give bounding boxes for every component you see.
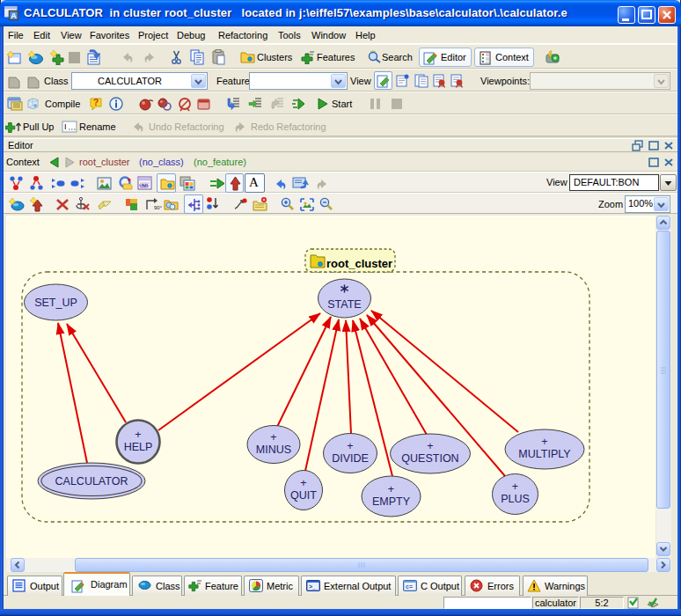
svg-text:QUIT: QUIT — [290, 489, 317, 502]
svg-text:c=: c= — [406, 583, 413, 590]
svg-text:+: + — [541, 436, 547, 448]
svg-text:QUESTION: QUESTION — [401, 452, 458, 465]
svg-text:+: + — [300, 477, 306, 489]
svg-text:PLUS: PLUS — [501, 493, 530, 505]
svg-text:MULTIPLY: MULTIPLY — [518, 448, 571, 460]
svg-text:UML: UML — [139, 183, 150, 188]
svg-text:+: + — [135, 429, 141, 441]
svg-text:DIVIDE: DIVIDE — [332, 452, 369, 465]
svg-text:+: + — [388, 483, 394, 495]
svg-text:MINUS: MINUS — [256, 444, 291, 456]
svg-text:CALCULATOR: CALCULATOR — [55, 475, 128, 488]
svg-text:+: + — [427, 440, 433, 452]
svg-text:+: + — [347, 440, 353, 452]
svg-text:I: I — [64, 122, 67, 131]
svg-text:90°: 90° — [154, 205, 162, 210]
svg-text:STATE: STATE — [327, 298, 361, 311]
svg-text:EMPTY: EMPTY — [372, 495, 411, 508]
svg-text:>_: >_ — [309, 583, 316, 590]
svg-text:+: + — [270, 431, 276, 444]
svg-text:A: A — [11, 11, 17, 20]
svg-text:?: ? — [93, 98, 99, 107]
svg-text:HELP: HELP — [124, 441, 153, 453]
svg-text:root_cluster: root_cluster — [326, 257, 392, 270]
svg-text:SET_UP: SET_UP — [34, 297, 77, 309]
svg-text:+: + — [512, 480, 518, 493]
